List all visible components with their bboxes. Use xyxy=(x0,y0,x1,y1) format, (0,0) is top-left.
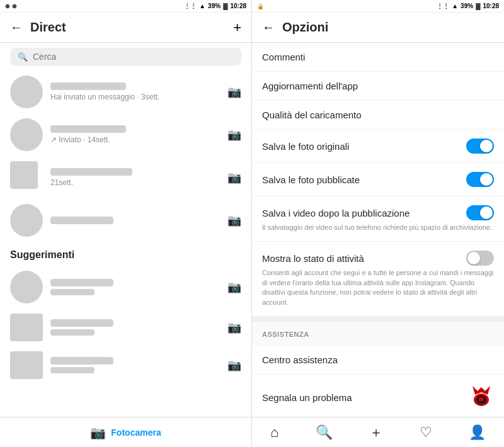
svg-marker-0 xyxy=(472,386,490,395)
avatar xyxy=(10,118,43,151)
left-status-bar: ⊕ ⊗ ⋮⋮ ▲ 39% ▓ 10:28 xyxy=(0,0,251,13)
suggestion-item[interactable]: 📷 xyxy=(0,266,251,308)
avatar xyxy=(10,204,43,237)
back-button[interactable]: ← xyxy=(10,20,23,35)
left-status-right: ⋮⋮ ▲ 39% ▓ 10:28 xyxy=(184,3,246,9)
toggle-salva-foto-originali[interactable] xyxy=(466,139,494,154)
group-avatar xyxy=(10,161,43,194)
camera-icon[interactable]: 📷 xyxy=(227,213,241,227)
option-label: Salva le foto pubblicate xyxy=(262,174,360,185)
suggestion-sub xyxy=(50,367,94,373)
suggestion-avatar xyxy=(10,271,43,303)
option-centro-assistenza[interactable]: Centro assistenza xyxy=(252,346,504,375)
option-label: Segnala un problema xyxy=(262,392,352,403)
message-content: Hai inviato un messaggio · 3sett. xyxy=(50,82,220,101)
devil-icon xyxy=(469,383,494,412)
assistenza-section-header: ASSISTENZA xyxy=(252,322,504,346)
left-battery-icon: ▓ xyxy=(223,3,227,9)
search-nav-icon[interactable]: 🔍 xyxy=(311,419,338,446)
left-status-icons: ⊕ ⊗ xyxy=(5,3,17,9)
option-label: Aggiornamenti dell'app xyxy=(262,81,358,91)
message-preview: 21sett. xyxy=(50,178,220,187)
message-item[interactable]: ↗ Inviato · 14sett. 📷 xyxy=(0,113,251,156)
toggle-stato-attivita[interactable] xyxy=(466,251,494,266)
message-item[interactable]: 📷 xyxy=(0,199,251,242)
message-item[interactable]: Hai inviato un messaggio · 3sett. 📷 xyxy=(0,71,251,113)
camera-bottom-icon: 📷 xyxy=(90,425,106,440)
option-label: Salva le foto originali xyxy=(262,141,349,152)
right-signal-icon: ⋮⋮ xyxy=(437,3,449,9)
right-battery-icon: ▓ xyxy=(476,3,480,9)
toggle-knob xyxy=(480,140,493,152)
direct-title: Direct xyxy=(30,20,66,35)
option-commenti[interactable]: Commenti xyxy=(252,43,504,72)
option-salva-video: Salva i video dopo la pubblicazione Il s… xyxy=(252,196,504,242)
option-label: Qualità del caricamento xyxy=(262,110,362,120)
message-preview: Hai inviato un messaggio · 3sett. xyxy=(50,93,220,101)
camera-icon[interactable]: 📷 xyxy=(227,358,241,372)
option-sublabel: Il salvataggio dei video sul tuo telefon… xyxy=(262,223,494,232)
suggestion-content xyxy=(50,279,220,295)
toggle-salva-foto-pubblicate[interactable] xyxy=(466,172,494,187)
avatar xyxy=(10,76,43,108)
add-button[interactable]: + xyxy=(233,20,241,36)
left-battery-percent: 39% xyxy=(208,3,220,9)
home-nav-icon[interactable]: ⌂ xyxy=(265,419,284,446)
search-input[interactable] xyxy=(33,52,234,62)
left-wifi-icon: ▲ xyxy=(199,3,205,9)
camera-icon[interactable]: 📷 xyxy=(227,171,241,184)
suggestion-name xyxy=(50,357,113,365)
camera-icon[interactable]: 📷 xyxy=(227,128,241,142)
option-stato-attivita: Mostra lo stato di attività Consenti agl… xyxy=(252,242,504,317)
suggestions-header: Suggerimenti xyxy=(0,242,251,266)
suggestion-content xyxy=(50,319,220,336)
camera-icon[interactable]: 📷 xyxy=(227,280,241,294)
right-lock-icon: 🔒 xyxy=(257,3,264,9)
direct-panel: ⊕ ⊗ ⋮⋮ ▲ 39% ▓ 10:28 ← Direct + 🔍 xyxy=(0,0,252,447)
camera-icon[interactable]: 📷 xyxy=(227,320,241,334)
suggestion-name xyxy=(50,319,113,327)
options-title: Opzioni xyxy=(282,20,328,35)
camera-bottom-bar[interactable]: 📷 Fotocamera xyxy=(0,417,251,447)
suggestion-item[interactable]: 📷 xyxy=(0,346,251,384)
toggle-knob xyxy=(480,173,493,186)
right-status-bar: 🔒 ⋮⋮ ▲ 39% ▓ 10:28 xyxy=(252,0,504,13)
camera-icon[interactable]: 📷 xyxy=(227,85,241,99)
section-divider xyxy=(252,317,504,322)
add-nav-icon[interactable]: ＋ xyxy=(364,418,388,447)
suggestion-avatar-rect xyxy=(10,314,43,341)
heart-nav-icon[interactable]: ♡ xyxy=(415,419,437,446)
message-content: ↗ Inviato · 14sett. xyxy=(50,125,220,144)
messages-list: Hai inviato un messaggio · 3sett. 📷 ↗ In… xyxy=(0,71,251,417)
section-header-text: ASSISTENZA xyxy=(262,331,309,338)
left-time: 10:28 xyxy=(230,3,246,9)
toggle-knob xyxy=(467,252,480,264)
message-content: 21sett. xyxy=(50,168,220,187)
option-salva-foto-originali: Salva le foto originali xyxy=(252,130,504,163)
suggestion-sub xyxy=(50,329,94,336)
direct-header: ← Direct + xyxy=(0,13,251,43)
suggestion-name xyxy=(50,279,113,286)
suggestion-item[interactable]: 📷 xyxy=(0,308,251,346)
bottom-navigation: ⌂ 🔍 ＋ ♡ 👤 xyxy=(252,417,504,447)
option-segnala-problema[interactable]: Segnala un problema xyxy=(252,375,504,417)
option-sublabel: Consenti agli account che segui e a tutt… xyxy=(262,268,494,307)
message-preview: ↗ Inviato · 14sett. xyxy=(50,135,220,144)
option-qualita[interactable]: Qualità del caricamento xyxy=(252,101,504,130)
right-status-left: 🔒 xyxy=(257,3,264,9)
options-list: Commenti Aggiornamenti dell'app Qualità … xyxy=(252,43,504,417)
toggle-knob xyxy=(480,207,493,219)
option-aggiornamenti[interactable]: Aggiornamenti dell'app xyxy=(252,72,504,101)
profile-nav-icon[interactable]: 👤 xyxy=(464,419,491,446)
option-salva-foto-pubblicate: Salva le foto pubblicate xyxy=(252,163,504,196)
option-label: Mostra lo stato di attività xyxy=(262,253,364,264)
message-item[interactable]: 21sett. 📷 xyxy=(0,156,251,199)
toggle-salva-video[interactable] xyxy=(466,205,494,220)
options-back-button[interactable]: ← xyxy=(262,20,275,35)
option-label: Salva i video dopo la pubblicazione xyxy=(262,208,410,218)
search-bar[interactable]: 🔍 xyxy=(10,48,241,65)
options-header: ← Opzioni xyxy=(252,13,504,43)
left-status-left: ⊕ ⊗ xyxy=(5,3,17,9)
suggestion-avatar-rect xyxy=(10,351,43,379)
header-left: ← Direct xyxy=(10,20,66,35)
